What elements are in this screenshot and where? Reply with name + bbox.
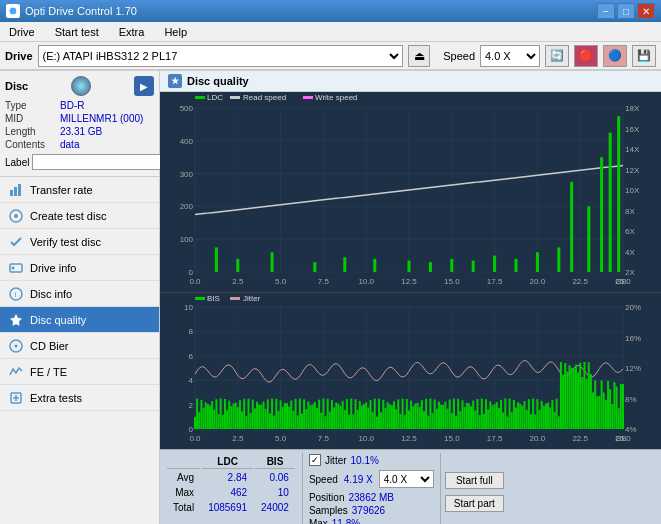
sidebar-item-verify-test-disc[interactable]: Verify test disc bbox=[0, 229, 159, 255]
drivebar: Drive (E:) ATAPI iHBS312 2 PL17 ⏏ Speed … bbox=[0, 42, 661, 71]
bottom-chart bbox=[160, 293, 661, 449]
pos-sample-area: Position 23862 MB Samples 379626 Max 11.… bbox=[309, 492, 434, 524]
contents-value: data bbox=[60, 139, 154, 150]
right-controls: ✓ Jitter 10.1% Speed 4.19 X 4.0 X Positi… bbox=[303, 450, 440, 524]
settings-button2[interactable]: 🔵 bbox=[603, 45, 627, 67]
maximize-button[interactable]: □ bbox=[617, 3, 635, 19]
minimize-button[interactable]: − bbox=[597, 3, 615, 19]
samples-val: 379626 bbox=[352, 505, 385, 516]
svg-rect-1 bbox=[10, 190, 13, 196]
sidebar-item-disc-quality[interactable]: Disc quality bbox=[0, 307, 159, 333]
contents-label: Contents bbox=[5, 139, 60, 150]
speed-select[interactable]: 4.0 X bbox=[480, 45, 540, 67]
nav-menu: Transfer rate Create test disc Verify te… bbox=[0, 177, 159, 411]
svg-point-0 bbox=[9, 7, 17, 15]
ldc-bis-stats: LDC BIS Avg 2.84 0.06 Max 462 10 Total bbox=[160, 450, 302, 524]
sidebar-item-transfer-rate[interactable]: Transfer rate bbox=[0, 177, 159, 203]
speed-stat-label: Speed bbox=[309, 474, 338, 485]
sidebar-item-label: Verify test disc bbox=[30, 236, 101, 248]
jitter-label: Jitter bbox=[325, 455, 347, 466]
close-button[interactable]: ✕ bbox=[637, 3, 655, 19]
label-input[interactable] bbox=[32, 154, 161, 170]
total-label: Total bbox=[167, 501, 200, 514]
type-label: Type bbox=[5, 100, 60, 111]
svg-point-12 bbox=[15, 344, 18, 347]
start-part-button[interactable]: Start part bbox=[445, 495, 504, 512]
bottom-chart-canvas bbox=[160, 293, 661, 449]
sidebar-item-label: Extra tests bbox=[30, 392, 82, 404]
svg-point-7 bbox=[12, 266, 15, 269]
sidebar-spacer bbox=[0, 411, 159, 524]
chart-icon bbox=[8, 182, 24, 198]
sidebar-item-label: Disc quality bbox=[30, 314, 86, 326]
check-icon bbox=[8, 234, 24, 250]
jitter-max-row: Max 11.8% bbox=[309, 518, 434, 524]
panel-title: Disc quality bbox=[187, 75, 249, 87]
disc-create-icon bbox=[8, 208, 24, 224]
type-value: BD-R bbox=[60, 100, 154, 111]
length-value: 23.31 GB bbox=[60, 126, 154, 137]
top-chart-canvas bbox=[160, 92, 661, 292]
ldc-header: LDC bbox=[202, 455, 253, 469]
mid-label: MID bbox=[5, 113, 60, 124]
disc-info-icon: i bbox=[8, 286, 24, 302]
main-layout: Disc ▶ Type BD-R MID MILLENMR1 (000) Len… bbox=[0, 71, 661, 524]
drive-select[interactable]: (E:) ATAPI iHBS312 2 PL17 bbox=[38, 45, 404, 67]
label-field-label: Label bbox=[5, 157, 29, 168]
app-icon bbox=[6, 4, 20, 18]
max-label: Max bbox=[167, 486, 200, 499]
sidebar-item-cd-bier[interactable]: CD Bier bbox=[0, 333, 159, 359]
save-button[interactable]: 💾 bbox=[632, 45, 656, 67]
jitter-max-val: 11.8% bbox=[332, 518, 360, 524]
menu-help[interactable]: Help bbox=[159, 24, 192, 40]
top-chart bbox=[160, 92, 661, 293]
speed-stat-select[interactable]: 4.0 X bbox=[379, 470, 434, 488]
sidebar-item-drive-info[interactable]: Drive info bbox=[0, 255, 159, 281]
jitter-checkbox[interactable]: ✓ bbox=[309, 454, 321, 466]
samples-label: Samples bbox=[309, 505, 348, 516]
speed-stat-val: 4.19 X bbox=[344, 474, 373, 485]
speed-label: Speed bbox=[443, 50, 475, 62]
menu-drive[interactable]: Drive bbox=[4, 24, 40, 40]
position-row: Position 23862 MB bbox=[309, 492, 434, 503]
speed-row: Speed 4.19 X 4.0 X bbox=[309, 470, 434, 488]
app-title: Opti Drive Control 1.70 bbox=[25, 5, 137, 17]
avg-bis: 0.06 bbox=[255, 471, 295, 484]
svg-point-5 bbox=[14, 214, 18, 218]
cd-icon bbox=[8, 338, 24, 354]
position-val: 23862 MB bbox=[348, 492, 394, 503]
sidebar-item-disc-info[interactable]: i Disc info bbox=[0, 281, 159, 307]
stats-section: LDC BIS Avg 2.84 0.06 Max 462 10 Total bbox=[160, 449, 661, 524]
refresh-button[interactable]: 🔄 bbox=[545, 45, 569, 67]
menu-extra[interactable]: Extra bbox=[114, 24, 150, 40]
sidebar: Disc ▶ Type BD-R MID MILLENMR1 (000) Len… bbox=[0, 71, 160, 524]
panel-icon: ★ bbox=[168, 74, 182, 88]
avg-ldc: 2.84 bbox=[202, 471, 253, 484]
disc-load-button[interactable]: ▶ bbox=[134, 76, 154, 96]
mid-value: MILLENMR1 (000) bbox=[60, 113, 154, 124]
jitter-avg: 10.1% bbox=[351, 455, 379, 466]
disc-info-panel: Disc ▶ Type BD-R MID MILLENMR1 (000) Len… bbox=[0, 71, 159, 177]
drive-info-icon bbox=[8, 260, 24, 276]
start-full-button[interactable]: Start full bbox=[445, 472, 504, 489]
disc-quality-icon bbox=[8, 312, 24, 328]
svg-rect-3 bbox=[18, 184, 21, 196]
sidebar-item-label: Drive info bbox=[30, 262, 76, 274]
total-bis: 24002 bbox=[255, 501, 295, 514]
sidebar-item-extra-tests[interactable]: Extra tests bbox=[0, 385, 159, 411]
titlebar-controls: − □ ✕ bbox=[597, 3, 655, 19]
disc-panel-title: Disc bbox=[5, 80, 28, 92]
drive-label: Drive bbox=[5, 50, 33, 62]
settings-button1[interactable]: 🔴 bbox=[574, 45, 598, 67]
extra-icon bbox=[8, 390, 24, 406]
titlebar-left: Opti Drive Control 1.70 bbox=[6, 4, 137, 18]
disc-icon bbox=[71, 76, 91, 96]
fe-te-icon bbox=[8, 364, 24, 380]
jitter-max-label: Max bbox=[309, 518, 328, 524]
sidebar-item-fe-te[interactable]: FE / TE bbox=[0, 359, 159, 385]
sidebar-item-create-test-disc[interactable]: Create test disc bbox=[0, 203, 159, 229]
menu-start-test[interactable]: Start test bbox=[50, 24, 104, 40]
svg-marker-10 bbox=[10, 314, 22, 326]
eject-button[interactable]: ⏏ bbox=[408, 45, 430, 67]
titlebar: Opti Drive Control 1.70 − □ ✕ bbox=[0, 0, 661, 22]
